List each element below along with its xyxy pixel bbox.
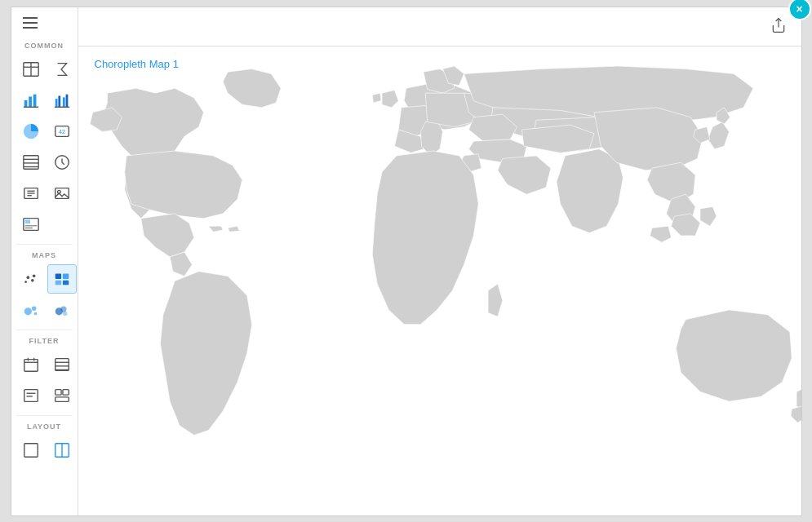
content-area: Choropleth Map 1 <box>78 7 801 515</box>
svg-rect-55 <box>62 390 68 395</box>
svg-rect-56 <box>55 397 69 402</box>
list-filter-icon[interactable] <box>47 350 77 379</box>
sum-icon[interactable] <box>47 55 77 84</box>
section-label-layout: LAYOUT <box>11 419 78 434</box>
layout-icons-grid <box>11 434 78 467</box>
main-layout: COMMON <box>11 7 801 515</box>
svg-rect-47 <box>55 359 69 371</box>
text-box-icon[interactable] <box>16 179 46 208</box>
table-icon[interactable] <box>16 55 46 84</box>
svg-rect-54 <box>55 390 60 395</box>
svg-rect-34 <box>62 274 68 279</box>
svg-rect-35 <box>55 281 60 285</box>
svg-point-31 <box>32 275 35 278</box>
svg-point-38 <box>31 306 35 311</box>
svg-point-29 <box>26 276 29 279</box>
svg-rect-8 <box>58 96 60 108</box>
top-bar <box>78 7 801 46</box>
scatter-map-icon[interactable] <box>16 264 46 294</box>
svg-rect-57 <box>24 444 38 458</box>
divider-1 <box>16 244 73 245</box>
svg-rect-7 <box>55 99 57 107</box>
history-icon[interactable] <box>47 148 77 177</box>
section-label-filter: FILTER <box>11 334 78 348</box>
svg-point-30 <box>31 279 34 282</box>
bubble-map-icon[interactable] <box>16 295 46 325</box>
close-button[interactable]: × <box>788 0 811 20</box>
svg-rect-10 <box>65 95 68 108</box>
world-map-svg <box>78 46 801 515</box>
svg-text:42: 42 <box>58 128 64 135</box>
map-container: Choropleth Map 1 <box>78 46 801 515</box>
common-icons-grid: 42 <box>11 53 78 241</box>
layout-split-icon[interactable] <box>47 436 77 465</box>
share-button[interactable] <box>765 12 792 42</box>
bar-chart-icon[interactable] <box>16 86 46 115</box>
section-label-common: COMMON <box>11 38 78 53</box>
svg-rect-43 <box>24 360 38 372</box>
sidebar: COMMON <box>11 7 78 515</box>
section-label-maps: MAPS <box>11 248 78 263</box>
svg-point-39 <box>33 312 37 316</box>
svg-rect-4 <box>29 96 32 107</box>
svg-point-42 <box>62 312 67 316</box>
map-title: Choropleth Map 1 <box>95 58 179 70</box>
scorecard-icon[interactable]: 42 <box>47 117 77 146</box>
svg-rect-9 <box>62 97 64 107</box>
image-icon[interactable] <box>47 179 77 208</box>
svg-rect-3 <box>24 100 27 107</box>
pie-chart-icon[interactable] <box>16 117 46 146</box>
filter-icons-grid <box>11 348 78 412</box>
layout-full-icon[interactable] <box>16 436 46 465</box>
list-icon[interactable] <box>16 148 46 177</box>
grouped-bar-icon[interactable] <box>47 86 77 115</box>
svg-rect-36 <box>62 281 68 285</box>
app-container: × COMMON <box>11 7 802 516</box>
svg-rect-26 <box>24 220 29 224</box>
svg-rect-33 <box>55 274 60 279</box>
divider-2 <box>16 330 73 330</box>
hamburger-button[interactable] <box>11 7 78 38</box>
divider-3 <box>16 415 73 416</box>
svg-point-37 <box>24 307 31 315</box>
text-filter-icon[interactable] <box>16 381 46 410</box>
maps-icons-grid <box>11 263 78 326</box>
svg-rect-51 <box>24 390 38 402</box>
choropleth-map-icon[interactable] <box>47 264 77 294</box>
date-filter-icon[interactable] <box>16 350 46 379</box>
advanced-filter-icon[interactable] <box>47 381 77 410</box>
svg-point-32 <box>24 281 27 283</box>
svg-rect-5 <box>33 95 36 108</box>
heat-map-icon[interactable] <box>47 295 77 325</box>
rich-text-icon[interactable] <box>16 210 46 239</box>
svg-point-41 <box>60 306 66 312</box>
